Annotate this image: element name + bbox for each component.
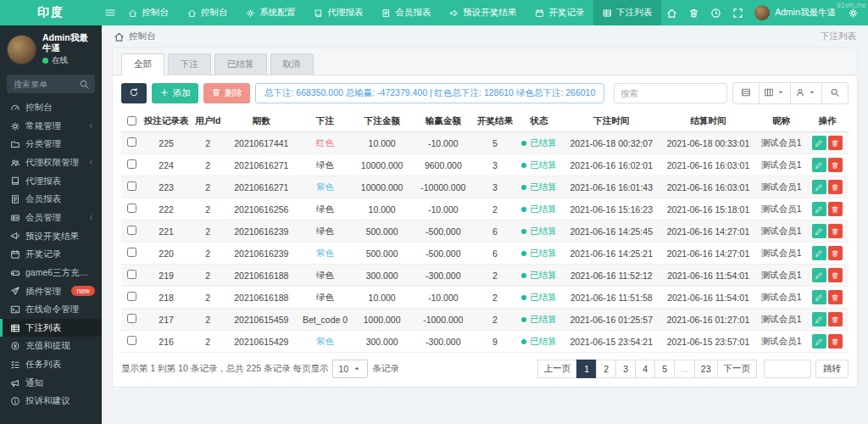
sidebar-item-3[interactable]: 代理权限管理 xyxy=(0,153,102,172)
period: 20210616188 xyxy=(225,265,298,287)
sidebar-item-label: 控制台 xyxy=(25,102,53,114)
user-icon xyxy=(795,86,805,101)
topnav-tab-7[interactable]: 下注列表 xyxy=(593,0,661,25)
delete-row-button[interactable] xyxy=(828,180,843,194)
edit-button[interactable] xyxy=(812,268,826,282)
edit-button[interactable] xyxy=(812,202,826,216)
plus-icon xyxy=(159,87,170,99)
row-checkbox[interactable] xyxy=(127,248,136,257)
edit-button[interactable] xyxy=(812,224,826,238)
export-button[interactable] xyxy=(790,82,822,104)
edit-button[interactable] xyxy=(812,290,826,304)
delete-row-button[interactable] xyxy=(828,290,843,304)
sidebar-item-0[interactable]: 控制台 xyxy=(0,98,102,117)
edit-button[interactable] xyxy=(812,180,826,194)
edit-button[interactable] xyxy=(812,246,826,260)
search-button[interactable] xyxy=(821,82,849,104)
topnav-tab-0[interactable]: 控制台 xyxy=(119,0,178,25)
topnav-user-name[interactable]: Admin我最牛逼 xyxy=(775,7,836,19)
row-checkbox[interactable] xyxy=(127,137,136,147)
history-icon[interactable] xyxy=(705,0,726,25)
row-checkbox[interactable] xyxy=(127,204,136,213)
breadcrumb[interactable]: 控制台 xyxy=(114,31,156,42)
nickname: 测试会员1 xyxy=(757,265,806,287)
sidebar-item-11[interactable]: 在线命令管理 xyxy=(0,300,102,319)
delete-row-button[interactable] xyxy=(828,202,843,216)
delete-row-button[interactable] xyxy=(828,268,843,282)
jump-page-input[interactable] xyxy=(764,360,811,378)
delete-row-button[interactable] xyxy=(828,224,843,238)
tab-0[interactable]: 全部 xyxy=(121,53,164,75)
row-checkbox[interactable] xyxy=(127,226,136,235)
jump-button[interactable]: 跳转 xyxy=(815,360,849,378)
topnav-tab-3[interactable]: 代理报表 xyxy=(304,0,372,25)
edit-button[interactable] xyxy=(812,312,826,326)
page-button-23[interactable]: 23 xyxy=(694,360,718,378)
row-checkbox[interactable] xyxy=(127,314,136,323)
sidebar-item-10[interactable]: 插件管理new xyxy=(0,282,102,301)
delete-row-button[interactable] xyxy=(828,246,843,260)
prev-page-button[interactable]: 上一页 xyxy=(537,360,578,378)
gear-icon[interactable] xyxy=(843,0,863,25)
add-button[interactable]: 添加 xyxy=(152,83,198,103)
topnav-tab-4[interactable]: 会员报表 xyxy=(372,0,440,25)
columns-button[interactable] xyxy=(759,82,791,104)
next-page-button[interactable]: 下一页 xyxy=(717,360,758,378)
sidebar-search-input[interactable] xyxy=(12,79,79,90)
topnav-tab-6[interactable]: 开奖记录 xyxy=(526,0,593,25)
sidebar-item-4[interactable]: 代理报表 xyxy=(0,172,102,191)
avatar[interactable] xyxy=(754,5,770,20)
edit-button[interactable] xyxy=(812,158,826,172)
status-badge: 已结算 xyxy=(517,314,561,326)
page-button-4[interactable]: 4 xyxy=(635,360,655,378)
hamburger-icon[interactable] xyxy=(102,0,119,25)
select-all-checkbox[interactable] xyxy=(127,116,136,126)
row-checkbox[interactable] xyxy=(127,292,136,301)
tab-2[interactable]: 已结算 xyxy=(214,53,267,75)
table-row: 219220210616188绿色300.000-300.0002已结算2021… xyxy=(121,265,849,287)
sidebar-item-9[interactable]: game6三方充值订单 xyxy=(0,264,102,282)
sidebar-item-7[interactable]: 预设开奖结果 xyxy=(0,227,102,246)
trash-icon[interactable] xyxy=(683,0,704,25)
page-button-3[interactable]: 3 xyxy=(615,360,636,378)
sidebar-item-6[interactable]: 会员管理 xyxy=(0,209,102,227)
per-page-dropdown[interactable]: 10 xyxy=(332,360,368,378)
home-icon xyxy=(187,8,197,18)
edit-button[interactable] xyxy=(812,136,826,150)
page-button-1[interactable]: 1 xyxy=(576,360,597,378)
row-checkbox[interactable] xyxy=(127,336,136,345)
sidebar-item-8[interactable]: 开奖记录 xyxy=(0,245,102,264)
row-checkbox[interactable] xyxy=(127,159,136,169)
topnav-tab-2[interactable]: 系统配置 xyxy=(236,0,304,25)
sidebar-item-15[interactable]: 通知 xyxy=(0,374,102,393)
delete-row-button[interactable] xyxy=(828,158,843,172)
delete-row-button[interactable] xyxy=(828,136,843,150)
sidebar-item-2[interactable]: 分类管理 xyxy=(0,135,102,153)
new-badge: new xyxy=(71,286,95,296)
delete-button[interactable]: 删除 xyxy=(203,83,250,103)
row-checkbox[interactable] xyxy=(127,270,136,279)
topnav-tab-5[interactable]: 预设开奖结果 xyxy=(440,0,526,25)
tab-3[interactable]: 取消 xyxy=(270,53,314,75)
toggle-view-button[interactable] xyxy=(732,82,760,104)
sidebar-item-1[interactable]: 常规管理 xyxy=(0,117,102,136)
table-search-input[interactable] xyxy=(614,83,727,103)
delete-row-button[interactable] xyxy=(828,312,843,326)
topnav-tab-1[interactable]: 控制台 xyxy=(178,0,237,25)
home-icon[interactable] xyxy=(661,0,682,25)
delete-row-button[interactable] xyxy=(828,334,843,349)
fullscreen-icon[interactable] xyxy=(727,0,748,25)
page-button-2[interactable]: 2 xyxy=(596,360,616,378)
sidebar-item-12[interactable]: 下注列表 xyxy=(0,319,102,338)
edit-button[interactable] xyxy=(812,334,826,349)
sidebar-item-5[interactable]: 会员报表 xyxy=(0,190,102,209)
tab-1[interactable]: 下注 xyxy=(168,53,211,75)
table-row: 222220210616256绿色10.000-10.0002已结算2021-0… xyxy=(121,198,849,220)
draw-result: 3 xyxy=(475,176,515,198)
sidebar-item-13[interactable]: 充值和提现 xyxy=(0,337,102,355)
sidebar-item-16[interactable]: 投诉和建议 xyxy=(0,392,102,410)
page-button-5[interactable]: 5 xyxy=(654,360,675,378)
row-checkbox[interactable] xyxy=(127,181,136,191)
refresh-button[interactable] xyxy=(121,83,147,103)
sidebar-item-14[interactable]: 任务列表 xyxy=(0,355,102,374)
